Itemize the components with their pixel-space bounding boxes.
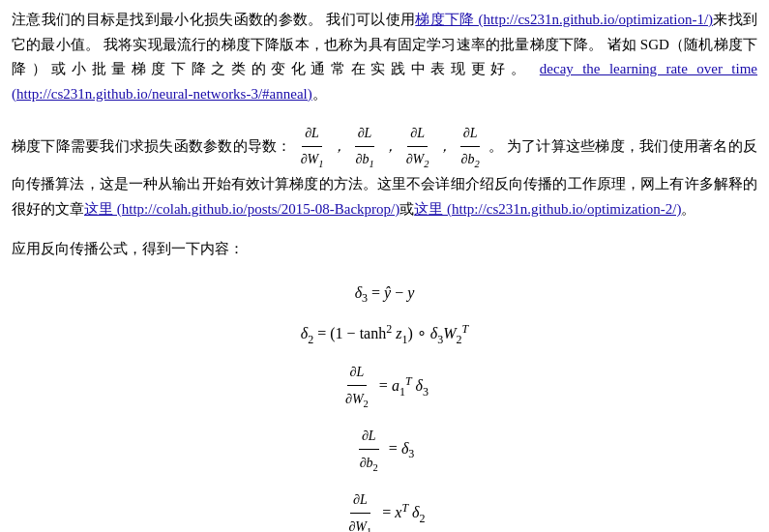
frac-dLdb2: ∂L ∂b2 (458, 122, 482, 172)
frac-dLdW2: ∂L ∂W2 (403, 122, 432, 172)
equation-delta3: δ3 = ŷ − y (355, 280, 415, 310)
link-backprop-cs231n[interactable]: 这里 (http://cs231n.github.io/optimization… (414, 201, 681, 217)
equation-dLdb2: ∂L ∂b2 = δ3 (355, 424, 415, 478)
equation-dLdW1: ∂L ∂W1 = xT δ2 (343, 488, 425, 532)
p2-text-before-math: 梯度下降需要我们求损失函数参数的导数： (12, 138, 292, 154)
paragraph-2: 梯度下降需要我们求损失函数参数的导数： ∂L ∂W1 ， ∂L ∂b1 ， ∂L… (12, 122, 757, 222)
paragraph-1: 注意我们的目标是找到最小化损失函数的参数。 我们可以使用梯度下降 (http:/… (12, 8, 757, 106)
equation-delta2: δ2 = (1 − tanh2 z1) ∘ δ3W2T (301, 319, 468, 350)
paragraph-3: 应用反向传播公式，得到一下内容： (12, 237, 757, 262)
equation-dLdW2: ∂L ∂W2 = a1T δ3 (340, 360, 429, 414)
p3-text: 应用反向传播公式，得到一下内容： (12, 241, 244, 256)
link-gradient-descent[interactable]: 梯度下降 (http://cs231n.github.io/optimizati… (415, 12, 713, 27)
frac-dLdb1: ∂L ∂b1 (352, 122, 376, 172)
inline-fractions: ∂L ∂W1 ， ∂L ∂b1 ， ∂L ∂W2 ， ∂L ∂b2 (296, 122, 485, 172)
p1-text-before-link1: 注意我们的目标是找到最小化损失函数的参数。 我们可以使用 (12, 12, 415, 27)
equations-block: δ3 = ŷ − y δ2 = (1 − tanh2 z1) ∘ δ3W2T ∂… (12, 280, 757, 532)
link-decay-lr[interactable]: decay the learning rate over time (http:… (12, 61, 757, 102)
main-content: 注意我们的目标是找到最小化损失函数的参数。 我们可以使用梯度下降 (http:/… (12, 8, 757, 532)
frac-dLdW1: ∂L ∂W1 (298, 122, 327, 172)
p2-inline-math: ∂L ∂W1 ， ∂L ∂b1 ， ∂L ∂W2 ， ∂L ∂b2 (296, 138, 488, 154)
link-backprop-colah[interactable]: 这里 (http://colah.github.io/posts/2015-08… (84, 201, 399, 217)
